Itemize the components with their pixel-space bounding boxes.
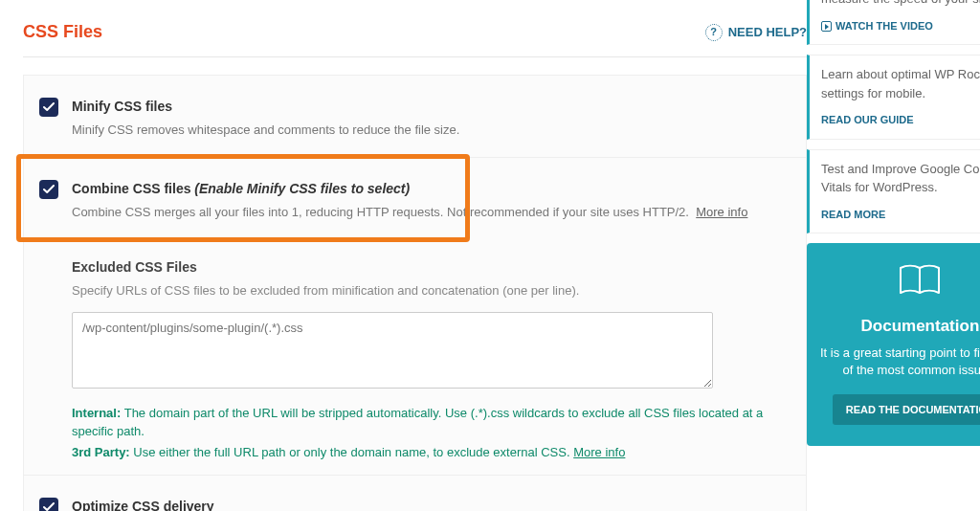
read-documentation-button[interactable]: READ THE DOCUMENTATION — [833, 394, 980, 425]
combine-desc-text: Combine CSS merges all your files into 1… — [72, 205, 689, 219]
checkbox-combine-css[interactable] — [39, 180, 58, 199]
need-help-label: NEED HELP? — [728, 23, 807, 42]
read-guide-link[interactable]: READ OUR GUIDE — [821, 112, 914, 128]
main-panel: CSS Files ? NEED HELP? Minify CSS files … — [0, 0, 807, 511]
play-icon — [821, 21, 832, 32]
documentation-card: Documentation It is a great starting poi… — [807, 243, 980, 446]
doc-desc-line1: It is a great starting point to fix some — [820, 344, 980, 362]
card-speed-text: measure the speed of your site. — [821, 0, 980, 9]
sidebar-card-speed: measure the speed of your site. WATCH TH… — [807, 0, 980, 45]
optimize-label: Optimize CSS delivery — [72, 497, 791, 511]
need-help-link[interactable]: ? NEED HELP? — [705, 23, 807, 42]
setting-minify-css: Minify CSS files Minify CSS removes whit… — [24, 76, 806, 158]
check-icon — [43, 101, 55, 113]
help-icon: ? — [705, 24, 723, 41]
panel-title: CSS Files — [23, 19, 102, 45]
combine-label: Combine CSS files (Enable Minify CSS fil… — [72, 179, 791, 199]
card-vitals-text1: Test and Improve Google Core Web — [821, 160, 980, 179]
excluded-notes: Internal: The domain part of the URL wil… — [72, 404, 780, 462]
checkbox-minify-css[interactable] — [39, 98, 58, 117]
checkbox-optimize-css[interactable] — [39, 498, 58, 511]
combine-label-text: Combine CSS files — [72, 181, 190, 196]
check-icon — [43, 184, 55, 195]
book-icon — [899, 264, 941, 299]
excluded-css-textarea[interactable] — [72, 312, 713, 389]
panel-header: CSS Files ? NEED HELP? — [23, 19, 807, 57]
excluded-label: Excluded CSS Files — [72, 257, 791, 278]
excluded-desc: Specify URLs of CSS files to be excluded… — [72, 281, 791, 300]
combine-desc: Combine CSS merges all your files into 1… — [72, 203, 791, 222]
setting-optimize-css: Optimize CSS delivery Optimize CSS deliv… — [24, 476, 806, 511]
minify-label: Minify CSS files — [72, 97, 791, 117]
card-mobile-text1: Learn about optimal WP Rocket — [821, 65, 980, 84]
excluded-more-info[interactable]: More info — [573, 445, 625, 459]
setting-combine-css: Combine CSS files (Enable Minify CSS fil… — [24, 158, 806, 243]
card-vitals-text2: Vitals for WordPress. — [821, 178, 980, 197]
card-mobile-text2: settings for mobile. — [821, 84, 980, 103]
sidebar-card-vitals: Test and Improve Google Core Web Vitals … — [807, 149, 980, 234]
watch-video-label: WATCH THE VIDEO — [835, 18, 933, 34]
minify-desc: Minify CSS removes whitespace and commen… — [72, 121, 791, 140]
sidebar-card-mobile: Learn about optimal WP Rocket settings f… — [807, 55, 980, 140]
sidebar: measure the speed of your site. WATCH TH… — [799, 0, 980, 511]
read-more-link[interactable]: READ MORE — [821, 207, 885, 223]
doc-desc-line2: of the most common issues. — [820, 362, 980, 379]
panel-body: Minify CSS files Minify CSS removes whit… — [23, 75, 807, 511]
note-3rd-text: Use either the full URL path or only the… — [133, 445, 569, 459]
excluded-css-section: Excluded CSS Files Specify URLs of CSS f… — [24, 242, 806, 461]
note-internal-text: The domain part of the URL will be strip… — [72, 406, 763, 439]
check-icon — [43, 501, 55, 511]
note-3rd-label: 3rd Party: — [72, 445, 130, 459]
doc-desc: It is a great starting point to fix some… — [820, 344, 980, 379]
combine-more-info[interactable]: More info — [696, 205, 747, 219]
doc-title: Documentation — [820, 314, 980, 339]
watch-video-link[interactable]: WATCH THE VIDEO — [821, 18, 933, 34]
combine-hint: (Enable Minify CSS files to select) — [194, 181, 410, 196]
note-internal-label: Internal: — [72, 406, 121, 420]
